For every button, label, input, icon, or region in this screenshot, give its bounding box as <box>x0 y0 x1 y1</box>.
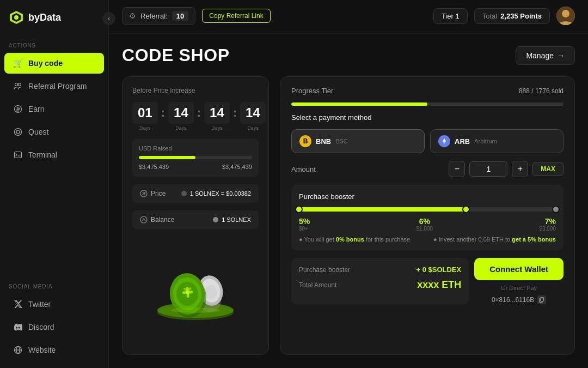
referral-label: Referral: <box>140 12 168 20</box>
or-direct-label: Or Direct Pay <box>501 285 537 291</box>
payment-label: Select a payment method <box>291 113 564 122</box>
bnb-ticker: BNB <box>316 137 331 146</box>
referral-badge: ⚙ Referral: 10 <box>122 7 195 25</box>
payment-option-arb[interactable]: ARB Arbitrum <box>430 129 564 153</box>
booster-dot-2 <box>462 206 470 213</box>
summary-total-value: xxxx ETH <box>417 279 461 291</box>
avatar[interactable] <box>556 7 575 25</box>
summary-booster-label: Purchase booster <box>299 266 350 274</box>
sidebar-item-label: Discord <box>28 323 54 331</box>
progress-bar <box>291 102 564 106</box>
price-row: Price 1 SOLNEX = $0.00382 <box>132 184 259 203</box>
balance-value: 1 SOLNEX <box>213 216 251 223</box>
copy-referral-btn[interactable]: Copy Referral Link <box>202 9 270 23</box>
sidebar-item-label: Twitter <box>28 300 51 309</box>
booster-amt-1: $0+ <box>299 226 308 232</box>
topbar-right: Tier 1 Total 2,235 Points <box>433 7 575 25</box>
summary-booster-row: Purchase booster + 0 $SOLDEX <box>299 266 461 274</box>
social-label: SOCIAL MEDIA <box>0 276 108 293</box>
buy-code-icon: 🛒 <box>13 58 23 68</box>
payment-option-bnb[interactable]: B BNB BSC <box>291 129 425 153</box>
booster-invest-action: get a 5% bonus <box>512 236 556 243</box>
amount-increase-btn[interactable]: + <box>512 161 528 177</box>
progress-header: Progress Tier 888 / 1776 sold <box>291 87 564 95</box>
booster-label-2: 6% $1,000 <box>416 217 433 232</box>
usd-raised-value: $3,475,439 <box>139 164 169 170</box>
booster-track <box>299 207 556 212</box>
booster-amt-2: $1,000 <box>416 226 433 232</box>
bnb-coin-icon: B <box>299 135 311 147</box>
countdown-label-3: Days <box>211 125 223 131</box>
app-name: byData <box>28 12 61 23</box>
main-area: ⚙ Referral: 10 Copy Referral Link Tier 1… <box>109 0 588 368</box>
website-icon <box>13 345 23 355</box>
booster-info-right: ● Invest another 0.09 ETH to get a 5% bo… <box>433 236 556 243</box>
usd-progress-fill <box>139 156 195 159</box>
usd-raised-label: USD Raised <box>139 145 252 152</box>
sidebar-item-referral-program[interactable]: Referral Program <box>4 76 104 96</box>
tier-badge: Tier 1 <box>433 8 468 24</box>
sidebar-logo: byData <box>0 0 108 35</box>
quest-icon <box>13 127 23 137</box>
countdown: 01 Days : 14 Days : 14 Days : 14 <box>132 102 259 131</box>
bnb-network: BSC <box>335 138 348 144</box>
sidebar-item-label: Website <box>28 346 56 354</box>
sidebar-item-label: Terminal <box>28 150 57 159</box>
topbar-left: ⚙ Referral: 10 Copy Referral Link <box>122 7 271 25</box>
sidebar-item-discord[interactable]: Discord <box>4 317 104 337</box>
svg-point-4 <box>19 83 21 86</box>
referral-icon <box>13 81 23 91</box>
connect-wallet-btn[interactable]: Connect Wallet <box>474 258 564 280</box>
booster-info-row: ● You will get 0% bonus for this purchas… <box>299 236 556 243</box>
svg-rect-8 <box>15 152 22 158</box>
sidebar-item-terminal[interactable]: Terminal <box>4 144 104 165</box>
sidebar-collapse-btn[interactable]: ‹ <box>102 12 115 25</box>
sidebar-item-buy-code[interactable]: 🛒 Buy code <box>4 53 104 74</box>
booster-title: Purchase booster <box>299 192 556 201</box>
amount-decrease-btn[interactable]: − <box>449 161 465 177</box>
booster-section: Purchase booster 5% $0+ 6% <box>291 185 564 250</box>
usd-progress-bar <box>139 156 252 159</box>
booster-amt-3: $3,000 <box>539 226 556 232</box>
countdown-item-2: 14 Days <box>168 102 194 131</box>
actions-label: ACTIONS <box>0 35 108 52</box>
manage-btn[interactable]: Manage → <box>516 46 575 65</box>
price-label: Price <box>140 190 166 197</box>
usd-amounts: $3,475,439 $3,475,439 <box>139 164 252 170</box>
countdown-item-4: 14 Days <box>240 102 266 131</box>
earn-icon <box>13 104 23 114</box>
content-area: CODE SHOP Manage → Before Price Increase… <box>109 32 588 368</box>
sidebar-item-website[interactable]: Website <box>4 340 104 360</box>
points-value: 2,235 Points <box>500 12 542 20</box>
sidebar: byData ACTIONS 🛒 Buy code Referral Progr… <box>0 0 109 368</box>
sidebar-item-twitter[interactable]: Twitter <box>4 294 104 315</box>
countdown-label-1: Days <box>139 125 151 131</box>
countdown-days-1: 01 <box>132 102 158 124</box>
sidebar-item-quest[interactable]: Quest <box>4 122 104 142</box>
progress-tier-title: Progress Tier <box>291 87 333 95</box>
arb-coin-icon <box>438 135 450 147</box>
booster-info-left: ● You will get 0% bonus for this purchas… <box>299 236 410 243</box>
booster-labels: 5% $0+ 6% $1,000 7% $3,000 <box>299 217 556 232</box>
balance-dot <box>213 217 218 222</box>
copy-address-btn[interactable] <box>537 295 546 304</box>
booster-pct-3: 7% <box>545 217 556 226</box>
right-panel: Progress Tier 888 / 1776 sold Select a p… <box>280 76 575 355</box>
arrow-right-icon: → <box>557 51 565 60</box>
summary-total-label: Total Amount <box>299 281 336 289</box>
coin-image-area <box>132 237 259 345</box>
svg-point-14 <box>140 216 147 223</box>
max-btn[interactable]: MAX <box>532 162 564 176</box>
purchase-summary: Purchase booster + 0 $SOLDEX Total Amoun… <box>291 258 469 304</box>
booster-pct-2: 6% <box>419 217 430 226</box>
amount-input[interactable] <box>469 161 507 177</box>
terminal-icon <box>13 150 23 160</box>
sidebar-item-label: Earn <box>28 105 45 113</box>
booster-label-1: 5% $0+ <box>299 217 310 232</box>
amount-controls: − + MAX <box>449 161 564 177</box>
sidebar-item-earn[interactable]: Earn <box>4 99 104 119</box>
page-title: CODE SHOP <box>122 45 230 65</box>
countdown-label-4: Days <box>247 125 259 131</box>
referral-count: 10 <box>172 11 188 21</box>
booster-pct-1: 5% <box>299 217 310 226</box>
